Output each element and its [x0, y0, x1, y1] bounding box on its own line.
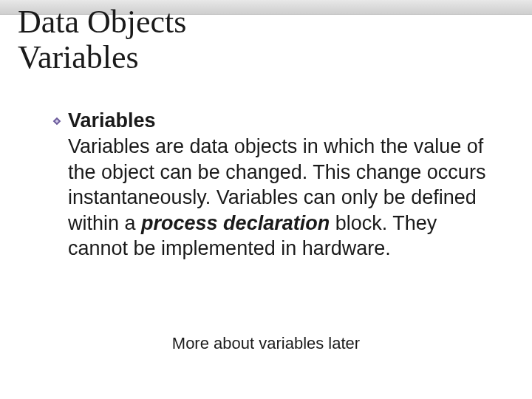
slide-title: Data Objects Variables	[18, 4, 186, 75]
content-area: Variables Variables are data objects in …	[52, 109, 497, 262]
bullet-label: Variables	[68, 109, 156, 132]
bullet-item: Variables	[52, 109, 497, 132]
body-emphasis: process declaration	[141, 212, 330, 234]
diamond-bullet-icon	[52, 116, 62, 126]
title-line-1: Data Objects	[18, 4, 186, 40]
title-line-2: Variables	[18, 39, 139, 75]
body-paragraph: Variables are data objects in which the …	[68, 134, 497, 262]
footer-note: More about variables later	[0, 334, 532, 353]
